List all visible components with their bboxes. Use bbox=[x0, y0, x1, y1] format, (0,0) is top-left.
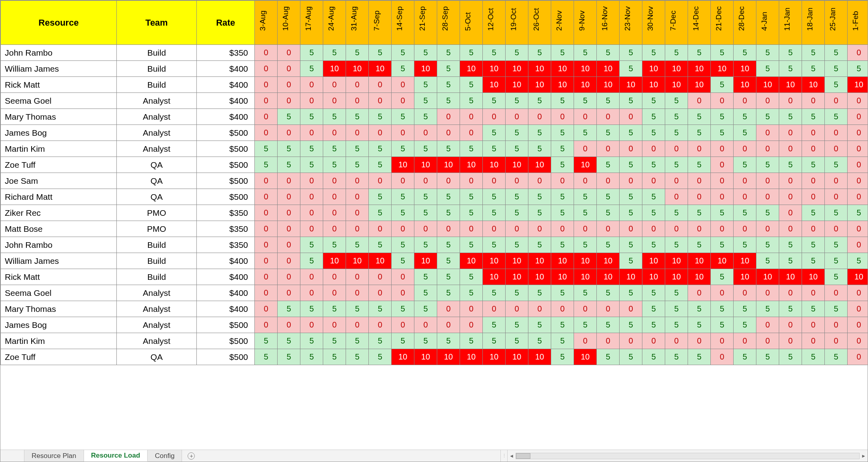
cell-resource[interactable]: Richard Matt bbox=[1, 189, 117, 205]
cell-load[interactable]: 10 bbox=[574, 77, 597, 93]
cell-load[interactable]: 0 bbox=[323, 285, 346, 301]
cell-load[interactable]: 0 bbox=[392, 125, 414, 141]
cell-load[interactable]: 5 bbox=[528, 45, 551, 61]
cell-load[interactable]: 10 bbox=[483, 349, 506, 365]
cell-rate[interactable]: $500 bbox=[197, 349, 255, 365]
cell-load[interactable]: 5 bbox=[665, 349, 688, 365]
cell-load[interactable]: 5 bbox=[278, 333, 300, 349]
scroll-right-button[interactable]: ► bbox=[860, 450, 868, 462]
cell-load[interactable]: 0 bbox=[346, 125, 369, 141]
cell-load[interactable]: 0 bbox=[278, 285, 300, 301]
cell-load[interactable]: 5 bbox=[300, 141, 323, 157]
cell-rate[interactable]: $500 bbox=[197, 317, 255, 333]
cell-load[interactable]: 0 bbox=[255, 301, 278, 317]
cell-rate[interactable]: $400 bbox=[197, 61, 255, 77]
header-date[interactable]: 10-Aug bbox=[278, 1, 300, 45]
cell-load[interactable]: 5 bbox=[460, 205, 483, 221]
cell-load[interactable]: 5 bbox=[506, 205, 528, 221]
cell-load[interactable]: 0 bbox=[255, 93, 278, 109]
cell-load[interactable]: 10 bbox=[506, 157, 528, 173]
cell-load[interactable]: 5 bbox=[597, 317, 620, 333]
cell-load[interactable]: 0 bbox=[437, 173, 460, 189]
cell-load[interactable]: 0 bbox=[300, 285, 323, 301]
scroll-thumb[interactable] bbox=[516, 453, 530, 459]
cell-load[interactable]: 5 bbox=[574, 205, 597, 221]
cell-load[interactable]: 10 bbox=[506, 253, 528, 269]
cell-load[interactable]: 5 bbox=[574, 45, 597, 61]
header-date[interactable]: 7-Dec bbox=[665, 1, 688, 45]
cell-resource[interactable]: John Rambo bbox=[1, 45, 117, 61]
cell-load[interactable]: 5 bbox=[711, 77, 734, 93]
cell-team[interactable]: QA bbox=[117, 173, 197, 189]
cell-load[interactable]: 0 bbox=[665, 141, 688, 157]
cell-load[interactable]: 5 bbox=[300, 253, 323, 269]
cell-load[interactable]: 5 bbox=[437, 189, 460, 205]
cell-load[interactable]: 10 bbox=[848, 269, 868, 285]
cell-load[interactable]: 5 bbox=[665, 285, 688, 301]
cell-load[interactable]: 0 bbox=[756, 189, 779, 205]
cell-load[interactable]: 5 bbox=[620, 349, 642, 365]
cell-load[interactable]: 0 bbox=[437, 109, 460, 125]
cell-load[interactable]: 0 bbox=[255, 269, 278, 285]
cell-load[interactable]: 0 bbox=[528, 109, 551, 125]
cell-load[interactable]: 0 bbox=[848, 237, 868, 253]
cell-load[interactable]: 5 bbox=[369, 109, 392, 125]
cell-load[interactable]: 5 bbox=[642, 205, 665, 221]
cell-load[interactable]: 0 bbox=[278, 221, 300, 237]
cell-load[interactable]: 0 bbox=[734, 93, 756, 109]
cell-load[interactable]: 0 bbox=[825, 125, 848, 141]
cell-load[interactable]: 5 bbox=[437, 93, 460, 109]
cell-load[interactable]: 0 bbox=[848, 109, 868, 125]
scroll-track[interactable] bbox=[516, 453, 860, 459]
cell-load[interactable]: 5 bbox=[437, 61, 460, 77]
cell-load[interactable]: 10 bbox=[597, 77, 620, 93]
cell-load[interactable]: 10 bbox=[665, 253, 688, 269]
cell-load[interactable]: 5 bbox=[460, 93, 483, 109]
cell-resource[interactable]: James Bog bbox=[1, 317, 117, 333]
cell-load[interactable]: 10 bbox=[665, 77, 688, 93]
cell-load[interactable]: 10 bbox=[642, 253, 665, 269]
sheet-tab[interactable]: Config bbox=[148, 450, 182, 462]
cell-load[interactable]: 0 bbox=[574, 301, 597, 317]
cell-load[interactable]: 5 bbox=[392, 109, 414, 125]
cell-load[interactable]: 5 bbox=[551, 45, 574, 61]
cell-load[interactable]: 0 bbox=[734, 141, 756, 157]
cell-resource[interactable]: Matt Bose bbox=[1, 221, 117, 237]
cell-load[interactable]: 0 bbox=[848, 173, 868, 189]
cell-rate[interactable]: $500 bbox=[197, 189, 255, 205]
cell-load[interactable]: 5 bbox=[551, 93, 574, 109]
cell-load[interactable]: 5 bbox=[255, 157, 278, 173]
cell-resource[interactable]: Seema Goel bbox=[1, 93, 117, 109]
cell-team[interactable]: Build bbox=[117, 77, 197, 93]
cell-load[interactable]: 0 bbox=[825, 141, 848, 157]
cell-load[interactable]: 0 bbox=[483, 173, 506, 189]
cell-load[interactable]: 5 bbox=[734, 109, 756, 125]
cell-load[interactable]: 5 bbox=[848, 61, 868, 77]
cell-load[interactable]: 5 bbox=[369, 237, 392, 253]
cell-load[interactable]: 0 bbox=[779, 141, 802, 157]
cell-load[interactable]: 0 bbox=[711, 285, 734, 301]
cell-load[interactable]: 0 bbox=[346, 205, 369, 221]
cell-load[interactable]: 0 bbox=[802, 125, 825, 141]
cell-load[interactable]: 5 bbox=[369, 189, 392, 205]
cell-load[interactable]: 5 bbox=[460, 141, 483, 157]
cell-load[interactable]: 5 bbox=[483, 141, 506, 157]
cell-load[interactable]: 5 bbox=[437, 45, 460, 61]
cell-load[interactable]: 5 bbox=[483, 333, 506, 349]
cell-load[interactable]: 0 bbox=[597, 301, 620, 317]
cell-load[interactable]: 5 bbox=[392, 45, 414, 61]
header-rate[interactable]: Rate bbox=[197, 1, 255, 45]
cell-load[interactable]: 5 bbox=[483, 285, 506, 301]
cell-load[interactable]: 10 bbox=[734, 253, 756, 269]
cell-load[interactable]: 0 bbox=[779, 173, 802, 189]
cell-load[interactable]: 5 bbox=[460, 189, 483, 205]
cell-load[interactable]: 5 bbox=[734, 157, 756, 173]
cell-load[interactable]: 0 bbox=[711, 173, 734, 189]
cell-load[interactable]: 0 bbox=[688, 93, 711, 109]
cell-resource[interactable]: Martin Kim bbox=[1, 333, 117, 349]
cell-load[interactable]: 5 bbox=[300, 157, 323, 173]
cell-load[interactable]: 0 bbox=[711, 349, 734, 365]
cell-load[interactable]: 0 bbox=[255, 221, 278, 237]
cell-load[interactable]: 10 bbox=[551, 253, 574, 269]
cell-load[interactable]: 0 bbox=[551, 221, 574, 237]
